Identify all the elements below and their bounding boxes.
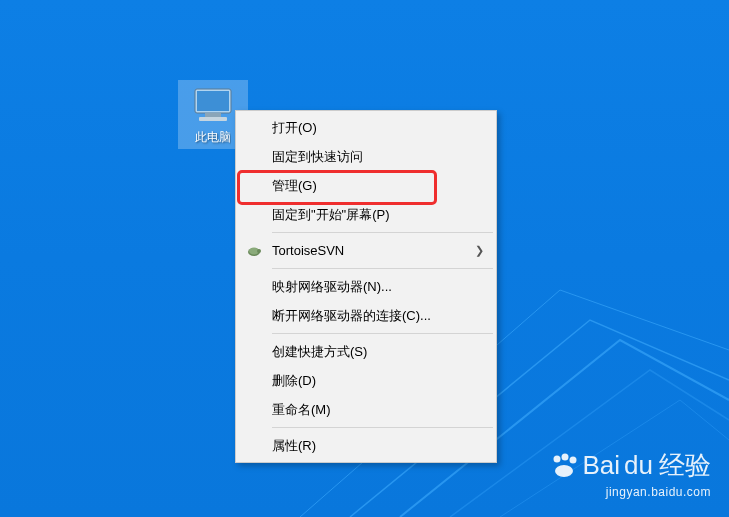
menu-rename[interactable]: 重命名(M): [238, 395, 494, 424]
svg-point-9: [569, 456, 576, 463]
menu-open[interactable]: 打开(O): [238, 113, 494, 142]
menu-label: 管理(G): [272, 177, 317, 195]
menu-label: 映射网络驱动器(N)...: [272, 278, 392, 296]
menu-label: 打开(O): [272, 119, 317, 137]
desktop-icon-label: 此电脑: [195, 129, 231, 146]
menu-label: 属性(R): [272, 437, 316, 455]
svg-point-6: [257, 249, 261, 253]
menu-pin-quick-access[interactable]: 固定到快速访问: [238, 142, 494, 171]
watermark-brand: Bai du 经验: [549, 448, 712, 483]
menu-separator: [272, 268, 493, 269]
menu-label: 固定到"开始"屏幕(P): [272, 206, 390, 224]
menu-manage[interactable]: 管理(G): [238, 171, 494, 200]
menu-create-shortcut[interactable]: 创建快捷方式(S): [238, 337, 494, 366]
menu-disconnect-network-drive[interactable]: 断开网络驱动器的连接(C)...: [238, 301, 494, 330]
menu-label: 删除(D): [272, 372, 316, 390]
menu-map-network-drive[interactable]: 映射网络驱动器(N)...: [238, 272, 494, 301]
menu-separator: [272, 333, 493, 334]
watermark: Bai du 经验 jingyan.baidu.com: [549, 448, 712, 499]
brand-du: du: [624, 450, 653, 481]
menu-label: 创建快捷方式(S): [272, 343, 367, 361]
menu-tortoisesvn[interactable]: TortoiseSVN ❯: [238, 236, 494, 265]
svg-point-8: [561, 453, 568, 460]
paw-icon: [549, 453, 579, 479]
svg-rect-2: [205, 113, 221, 117]
menu-separator: [272, 232, 493, 233]
menu-separator: [272, 427, 493, 428]
menu-label: 固定到快速访问: [272, 148, 363, 166]
watermark-url: jingyan.baidu.com: [549, 485, 712, 499]
chevron-right-icon: ❯: [475, 244, 484, 257]
menu-label: 重命名(M): [272, 401, 331, 419]
svg-rect-3: [199, 117, 227, 121]
menu-delete[interactable]: 删除(D): [238, 366, 494, 395]
svg-rect-1: [197, 91, 229, 111]
brand-text-right: 经验: [659, 448, 711, 483]
context-menu: 打开(O) 固定到快速访问 管理(G) 固定到"开始"屏幕(P) Tortois…: [235, 110, 497, 463]
menu-label: TortoiseSVN: [272, 243, 344, 258]
menu-properties[interactable]: 属性(R): [238, 431, 494, 460]
brand-text-left: Bai: [583, 450, 621, 481]
svg-point-10: [555, 465, 573, 477]
menu-pin-start[interactable]: 固定到"开始"屏幕(P): [238, 200, 494, 229]
menu-label: 断开网络驱动器的连接(C)...: [272, 307, 431, 325]
svg-point-7: [553, 455, 560, 462]
computer-icon: [189, 85, 237, 125]
tortoisesvn-icon: [246, 243, 262, 259]
